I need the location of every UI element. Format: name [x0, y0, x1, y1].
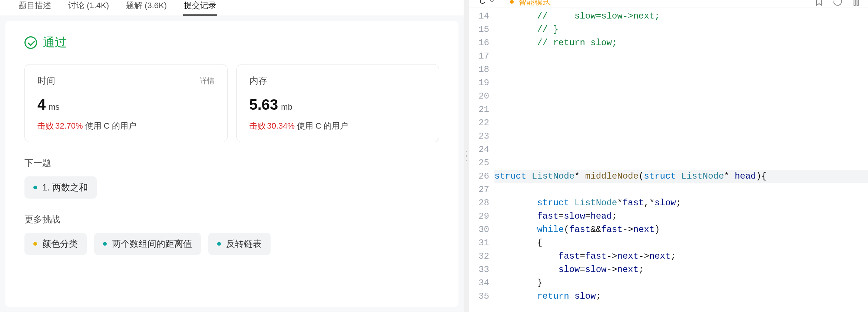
bookmark-icon[interactable]: [814, 0, 824, 7]
code-line-32[interactable]: fast=fast->next->next;: [494, 250, 868, 263]
tab-0[interactable]: 题目描述: [18, 0, 52, 16]
code-line-14[interactable]: // slow=slow->next;: [494, 10, 868, 23]
svg-rect-1: [857, 0, 858, 6]
reset-icon[interactable]: [832, 0, 843, 7]
difficulty-dot-icon: [103, 242, 107, 246]
time-unit: ms: [49, 102, 59, 112]
code-line-20[interactable]: [494, 90, 868, 103]
code-line-16[interactable]: // return slow;: [494, 36, 868, 50]
svg-rect-0: [854, 0, 855, 6]
time-value: 4: [37, 96, 46, 113]
more-challenge-pill-label: 颜色分类: [42, 238, 78, 250]
editor-header: C 智能模式: [469, 0, 868, 7]
code-line-33[interactable]: slow=slow->next;: [494, 263, 868, 276]
more-challenge-pill-1[interactable]: 两个数组间的距离值: [94, 233, 201, 255]
code-line-26[interactable]: struct ListNode* middleNode(struct ListN…: [494, 170, 868, 183]
tab-1[interactable]: 讨论 (1.4K): [67, 0, 110, 16]
code-line-21[interactable]: [494, 103, 868, 116]
settings-icon[interactable]: [851, 0, 861, 7]
difficulty-dot-icon: [217, 242, 221, 246]
more-challenge-pill-label: 反转链表: [226, 238, 262, 250]
submission-content: 通过 时间 详情 4 ms 击败32.70%使用 C 的用户 内存: [5, 21, 458, 307]
memory-unit: mb: [281, 102, 292, 112]
time-beat: 击败32.70%使用 C 的用户: [37, 120, 215, 132]
code-line-18[interactable]: [494, 63, 868, 76]
code-line-31[interactable]: {: [494, 236, 868, 250]
mode-indicator[interactable]: 智能模式: [510, 0, 551, 7]
more-pill-row: 颜色分类两个数组间的距离值反转链表: [24, 233, 439, 255]
code-editor[interactable]: 1415161718192021222324252627282930313233…: [469, 7, 868, 312]
code-line-30[interactable]: while(fast&&fast->next): [494, 223, 868, 236]
difficulty-dot-icon: [33, 186, 37, 189]
next-problem-pill-0[interactable]: 1. 两数之和: [24, 176, 97, 199]
status-row: 通过: [24, 34, 439, 51]
time-detail-link[interactable]: 详情: [200, 76, 215, 86]
more-section-title: 更多挑战: [24, 213, 439, 225]
tab-3[interactable]: 提交记录: [183, 0, 217, 16]
status-text: 通过: [43, 34, 67, 51]
code-line-15[interactable]: // }: [494, 23, 868, 36]
next-pill-row: 1. 两数之和: [24, 176, 439, 199]
code-line-24[interactable]: [494, 143, 868, 156]
mode-text: 智能模式: [518, 0, 551, 7]
tabs-row: 题目描述讨论 (1.4K)题解 (3.6K)提交记录: [0, 0, 464, 16]
difficulty-dot-icon: [33, 242, 37, 246]
code-line-23[interactable]: [494, 130, 868, 143]
left-panel: 题目描述讨论 (1.4K)题解 (3.6K)提交记录 通过 时间 详情 4 ms…: [0, 0, 464, 312]
memory-beat: 击败30.34%使用 C 的用户: [249, 120, 427, 132]
code-line-19[interactable]: [494, 76, 868, 90]
code-line-17[interactable]: [494, 50, 868, 63]
next-problem-pill-label: 1. 两数之和: [42, 182, 88, 193]
split-handle[interactable]: [464, 0, 469, 312]
right-panel: C 智能模式 141516171819202122232425262728293…: [469, 0, 868, 312]
time-card[interactable]: 时间 详情 4 ms 击败32.70%使用 C 的用户: [24, 64, 228, 142]
code-line-25[interactable]: [494, 156, 868, 170]
code-area[interactable]: // slow=slow->next; // } // return slow;…: [494, 10, 868, 312]
language-selector[interactable]: C: [480, 0, 486, 6]
code-line-22[interactable]: [494, 116, 868, 130]
more-challenge-pill-0[interactable]: 颜色分类: [24, 233, 87, 255]
check-circle-icon: [24, 36, 37, 49]
line-gutter: 1415161718192021222324252627282930313233…: [469, 10, 494, 312]
chevron-down-icon[interactable]: [488, 0, 495, 4]
more-challenge-pill-label: 两个数组间的距离值: [112, 238, 192, 250]
code-line-27[interactable]: [494, 183, 868, 196]
memory-title: 内存: [249, 75, 267, 87]
code-line-34[interactable]: }: [494, 276, 868, 290]
next-section-title: 下一题: [24, 157, 439, 169]
mode-dot-icon: [510, 0, 514, 4]
code-line-35[interactable]: return slow;: [494, 290, 868, 303]
more-challenge-pill-2[interactable]: 反转链表: [208, 233, 271, 255]
tab-2[interactable]: 题解 (3.6K): [125, 0, 168, 16]
metrics-row: 时间 详情 4 ms 击败32.70%使用 C 的用户 内存 5.63 mb: [24, 64, 439, 142]
time-title: 时间: [37, 75, 55, 87]
code-line-29[interactable]: fast=slow=head;: [494, 210, 868, 223]
drag-dots-icon: [466, 151, 467, 161]
memory-value: 5.63: [249, 96, 278, 113]
code-line-28[interactable]: struct ListNode*fast,*slow;: [494, 196, 868, 210]
memory-card[interactable]: 内存 5.63 mb 击败30.34%使用 C 的用户: [236, 64, 440, 142]
